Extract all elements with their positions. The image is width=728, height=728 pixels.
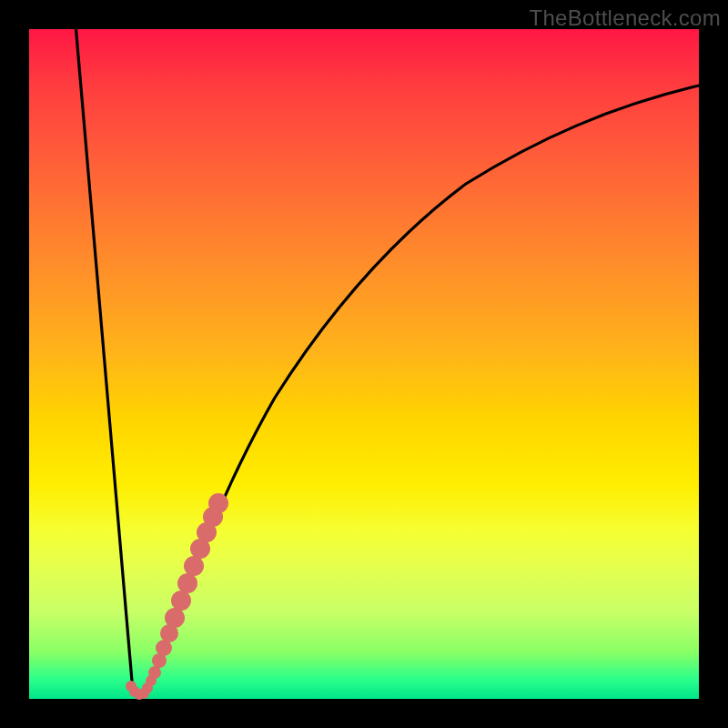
svg-point-6 (148, 666, 161, 679)
highlight-markers (126, 493, 228, 700)
svg-point-11 (171, 591, 191, 611)
svg-point-10 (165, 608, 185, 628)
chart-svg (29, 29, 699, 699)
plot-area (29, 29, 699, 699)
bottleneck-curve (76, 29, 700, 695)
watermark-text: TheBottleneck.com (529, 5, 721, 31)
chart-frame: TheBottleneck.com (0, 0, 728, 728)
svg-point-13 (184, 556, 204, 576)
svg-point-17 (208, 493, 228, 513)
svg-point-12 (177, 573, 197, 593)
